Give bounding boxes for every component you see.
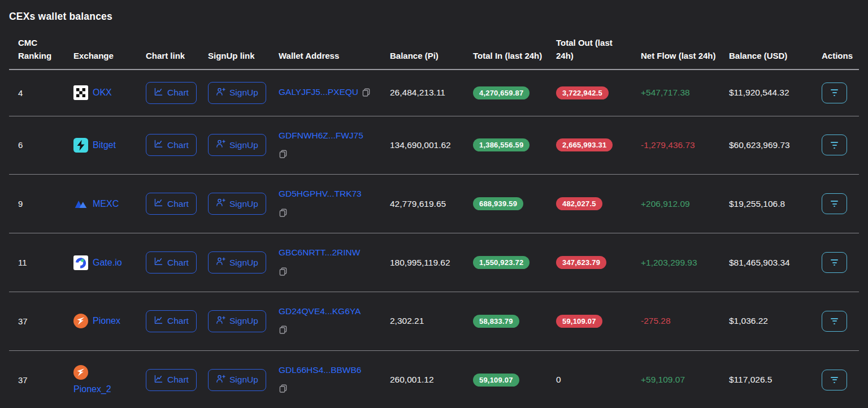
gateio-logo-icon	[73, 255, 88, 270]
filter-icon	[831, 201, 838, 202]
okx-logo-icon	[73, 85, 88, 100]
copy-address-icon[interactable]	[279, 148, 377, 163]
copy-address-icon[interactable]	[279, 383, 377, 397]
wallet-address-link[interactable]: GBC6NRTT...2RINW	[279, 248, 360, 257]
net-flow-value: +59,109.07	[632, 375, 720, 385]
actions-filter-button[interactable]	[822, 370, 847, 390]
chart-button[interactable]: Chart	[146, 369, 197, 391]
balance-usd-value: $11,920,544.32	[720, 88, 813, 98]
total-out-value: 0	[547, 375, 632, 385]
total-out-badge: 2,665,993.31	[556, 138, 613, 151]
total-in-badge: 4,270,659.87	[473, 86, 530, 99]
col-header-wallet-address: Wallet Address	[270, 49, 381, 68]
cex-balances-table: CMC Ranking Exchange Chart link SignUp l…	[9, 23, 859, 408]
signup-button[interactable]: SignUp	[208, 82, 266, 104]
wallet-address-link[interactable]: GDL66HS4...BBWB6	[279, 365, 361, 375]
net-flow-value: +1,203,299.93	[632, 258, 720, 268]
col-header-signup-link: SignUp link	[199, 49, 270, 68]
exchange-cell: OKX	[64, 85, 137, 100]
line-chart-icon	[154, 315, 163, 327]
total-out-badge: 347,623.79	[556, 256, 606, 269]
actions-filter-button[interactable]	[822, 252, 847, 273]
wallet-address-cell: GDFNWH6Z...FWJ75	[270, 128, 381, 163]
balance-pi-value: 180,995,119.62	[381, 258, 464, 268]
cmc-ranking-value: 37	[9, 375, 64, 385]
exchange-link[interactable]: Bitget	[93, 140, 116, 150]
col-header-total-in: Total In (last 24h)	[464, 49, 547, 68]
wallet-address-link[interactable]: GALYJFJ5...PXEQU	[279, 87, 358, 97]
exchange-cell: MEXC	[64, 197, 137, 211]
actions-filter-button[interactable]	[822, 311, 847, 332]
table-header-row: CMC Ranking Exchange Chart link SignUp l…	[9, 23, 859, 70]
user-add-icon	[216, 198, 225, 210]
pionex-logo-icon	[73, 314, 88, 328]
exchange-link[interactable]: Gate.io	[93, 258, 122, 268]
wallet-address-cell: GBC6NRTT...2RINW	[270, 245, 381, 280]
copy-address-icon[interactable]	[279, 324, 377, 338]
line-chart-icon	[154, 87, 163, 99]
filter-icon	[831, 318, 838, 319]
balance-pi-value: 134,690,001.62	[381, 140, 464, 150]
exchange-cell: Bitget	[64, 138, 137, 153]
user-add-icon	[216, 374, 225, 386]
cmc-ranking-value: 9	[9, 199, 64, 209]
balance-usd-value: $19,255,106.8	[720, 199, 813, 209]
line-chart-icon	[154, 374, 163, 386]
col-header-exchange: Exchange	[64, 49, 137, 68]
table-row: 11 Gate.io Chart SignUp GBC6NRTT...2RINW…	[9, 233, 859, 292]
balance-usd-value: $1,036.22	[720, 316, 813, 326]
total-in-badge: 59,109.07	[473, 374, 519, 387]
table-row: 37 Pionex_2 Chart SignUp GDL66HS4...BBWB…	[9, 351, 859, 408]
chart-button[interactable]: Chart	[146, 310, 197, 332]
balance-usd-value: $81,465,903.34	[720, 258, 813, 268]
chart-button[interactable]: Chart	[146, 82, 197, 104]
exchange-cell: Pionex_2	[64, 365, 137, 394]
col-header-actions: Actions	[813, 49, 859, 68]
copy-address-icon[interactable]	[279, 266, 377, 280]
balance-pi-value: 2,302.21	[381, 316, 464, 326]
line-chart-icon	[154, 139, 163, 151]
actions-filter-button[interactable]	[822, 193, 847, 214]
exchange-link[interactable]: Pionex	[93, 316, 120, 326]
wallet-address-link[interactable]: GDFNWH6Z...FWJ75	[279, 131, 363, 140]
col-header-balance-usd: Balance (USD)	[720, 49, 813, 68]
chart-button[interactable]: Chart	[146, 251, 197, 274]
actions-filter-button[interactable]	[822, 134, 847, 155]
user-add-icon	[216, 257, 225, 268]
total-out-badge: 59,109.07	[556, 315, 602, 328]
col-header-chart-link: Chart link	[137, 49, 199, 68]
signup-button[interactable]: SignUp	[208, 193, 266, 215]
actions-filter-button[interactable]	[822, 83, 847, 103]
pionex-logo-icon	[73, 365, 88, 380]
total-out-badge: 3,722,942.5	[556, 86, 609, 99]
exchange-link[interactable]: MEXC	[93, 199, 119, 209]
wallet-address-link[interactable]: GD5HGPHV...TRK73	[279, 189, 362, 198]
table-row: 9 MEXC Chart SignUp GD5HGPHV...TRK73 42,…	[9, 175, 859, 233]
mexc-logo-icon	[73, 197, 88, 211]
cmc-ranking-value: 37	[9, 316, 64, 326]
wallet-address-cell: GD5HGPHV...TRK73	[270, 186, 381, 221]
copy-address-icon[interactable]	[279, 207, 377, 222]
net-flow-value: +547,717.38	[632, 88, 720, 98]
user-add-icon	[216, 139, 225, 151]
wallet-address-cell: GALYJFJ5...PXEQU	[270, 85, 381, 101]
chart-button[interactable]: Chart	[146, 134, 197, 156]
cmc-ranking-value: 4	[9, 88, 64, 98]
filter-icon	[831, 89, 838, 90]
wallet-address-link[interactable]: GD24QVE4...KG6YA	[279, 306, 361, 316]
total-in-badge: 1,550,923.72	[473, 256, 530, 269]
table-row: 6 Bitget Chart SignUp GDFNWH6Z...FWJ75 1…	[9, 116, 859, 175]
col-header-cmc-ranking: CMC Ranking	[9, 36, 64, 69]
user-add-icon	[216, 315, 225, 327]
signup-button[interactable]: SignUp	[208, 369, 266, 391]
copy-address-icon[interactable]	[362, 86, 371, 101]
table-body: 4 OKX Chart SignUp GALYJFJ5...PXEQU 26,4…	[9, 70, 859, 408]
exchange-link[interactable]: Pionex_2	[73, 384, 133, 394]
table-row: 4 OKX Chart SignUp GALYJFJ5...PXEQU 26,4…	[9, 70, 859, 116]
signup-button[interactable]: SignUp	[208, 251, 266, 274]
chart-button[interactable]: Chart	[146, 193, 197, 215]
signup-button[interactable]: SignUp	[208, 310, 266, 332]
signup-button[interactable]: SignUp	[208, 134, 266, 156]
wallet-address-cell: GDL66HS4...BBWB6	[270, 363, 381, 397]
exchange-link[interactable]: OKX	[93, 88, 112, 98]
